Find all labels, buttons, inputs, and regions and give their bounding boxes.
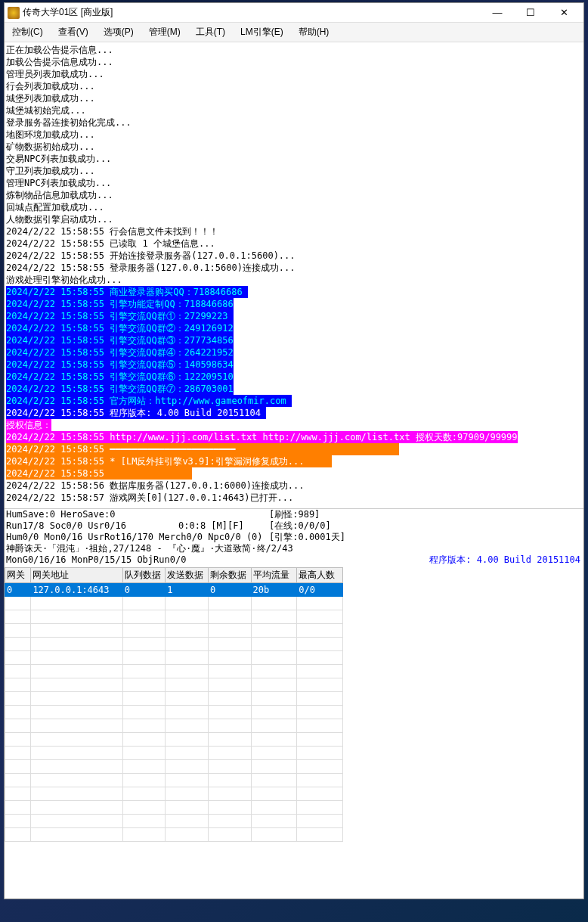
table-cell <box>5 774 31 787</box>
table-cell <box>122 828 166 842</box>
table-header[interactable]: 队列数据 <box>122 568 166 583</box>
log-area[interactable]: 正在加载公告提示信息...加载公告提示信息成功...管理员列表加载成功...行会… <box>5 42 583 508</box>
table-header[interactable]: 剩余数据 <box>208 568 251 583</box>
table-row[interactable] <box>5 651 343 665</box>
log-line: 人物数据引擎启动成功... <box>6 213 582 225</box>
table-cell <box>31 651 122 665</box>
table-row[interactable] <box>5 815 343 828</box>
table-cell <box>122 706 166 719</box>
table-cell: 20b <box>251 583 297 597</box>
log-line: 登录服务器连接初始化完成... <box>6 116 582 129</box>
log-line: 加载公告提示信息成功... <box>6 56 582 68</box>
log-line: 2024/2/22 15:58:55 已读取 1 个城堡信息... <box>6 237 582 250</box>
table-cell <box>5 747 31 760</box>
log-line: 2024/2/22 15:58:57 游戏网关[0](127.0.0.1:464… <box>6 492 582 504</box>
log-line: 矿物数据初始成功... <box>6 141 582 153</box>
table-cell <box>31 624 122 638</box>
table-cell <box>208 678 251 692</box>
table-cell <box>208 828 251 842</box>
gateway-table[interactable]: 网关网关地址队列数据发送数据剩余数据平均流量最高人数 0127.0.0.1:46… <box>5 567 343 842</box>
table-cell <box>122 815 166 828</box>
table-cell <box>297 733 343 747</box>
table-cell <box>31 774 122 787</box>
table-row[interactable] <box>5 665 343 678</box>
status-humsave: HumSave:0 HeroSave:0 <box>6 509 116 520</box>
minimize-button[interactable]: — <box>481 5 514 21</box>
table-cell <box>31 801 122 815</box>
table-row[interactable] <box>5 733 343 747</box>
table-cell <box>166 706 209 719</box>
table-row[interactable] <box>5 719 343 733</box>
menu-view[interactable]: 查看(V) <box>54 24 93 40</box>
log-line: 2024/2/22 15:58:55 引擎交流QQ群⑦：286703001 <box>6 383 582 395</box>
table-row[interactable] <box>5 787 343 801</box>
table-row[interactable] <box>5 706 343 719</box>
maximize-button[interactable]: ☐ <box>514 5 547 21</box>
table-cell <box>166 638 209 651</box>
table-cell <box>122 747 166 760</box>
table-cell <box>122 692 166 706</box>
table-row[interactable] <box>5 747 343 760</box>
table-header[interactable]: 发送数据 <box>166 568 209 583</box>
table-cell <box>31 828 122 842</box>
table-cell <box>208 774 251 787</box>
menu-tools[interactable]: 工具(T) <box>191 24 230 40</box>
menu-manage[interactable]: 管理(M) <box>144 24 185 40</box>
log-line: 2024/2/22 15:58:55 引擎交流QQ群③：277734856 <box>6 334 582 346</box>
table-header[interactable]: 网关地址 <box>31 568 122 583</box>
table-row[interactable] <box>5 828 343 842</box>
table-cell <box>166 665 209 678</box>
titlebar[interactable]: 传奇大学01区 [商业版] — ☐ ✕ <box>5 3 583 23</box>
table-cell <box>166 692 209 706</box>
table-cell <box>208 747 251 760</box>
table-cell <box>208 692 251 706</box>
status-version: 程序版本: 4.00 Build 20151104 <box>429 554 580 566</box>
table-row[interactable] <box>5 610 343 624</box>
table-header[interactable]: 最高人数 <box>297 568 343 583</box>
log-line: 城堡列表加载成功... <box>6 92 582 104</box>
table-row[interactable] <box>5 624 343 638</box>
log-line: 2024/2/22 15:58:55 官方网站：http://www.gameo… <box>6 395 582 407</box>
table-cell <box>251 774 297 787</box>
log-line: 2024/2/22 15:58:55 登录服务器(127.0.0.1:5600)… <box>6 262 582 274</box>
table-cell <box>31 747 122 760</box>
table-row[interactable] <box>5 638 343 651</box>
table-row[interactable] <box>5 692 343 706</box>
log-line: 管理NPC列表加载成功... <box>6 177 582 189</box>
table-row[interactable]: 0127.0.0.1:464301020b0/0 <box>5 583 343 597</box>
table-header[interactable]: 网关 <box>5 568 31 583</box>
table-cell <box>166 733 209 747</box>
table-cell <box>251 597 297 610</box>
table-cell <box>31 706 122 719</box>
table-cell <box>5 801 31 815</box>
table-cell <box>251 706 297 719</box>
table-cell <box>297 815 343 828</box>
table-row[interactable] <box>5 774 343 787</box>
table-row[interactable] <box>5 760 343 774</box>
table-cell <box>297 801 343 815</box>
menu-control[interactable]: 控制(C) <box>8 24 48 40</box>
table-cell <box>5 719 31 733</box>
table-cell <box>5 733 31 747</box>
log-line: 2024/2/22 15:58:55 引擎交流QQ群④：264221952 <box>6 346 582 359</box>
status-area: HumSave:0 HeroSave:0 [刷怪:989] Run17/8 So… <box>5 508 583 567</box>
table-row[interactable] <box>5 597 343 610</box>
log-line: 城堡城初始完成... <box>6 104 582 116</box>
table-header[interactable]: 平均流量 <box>251 568 297 583</box>
table-cell <box>166 610 209 624</box>
log-line: 2024/2/22 15:58:55 引擎交流QQ群②：249126912 <box>6 322 582 334</box>
status-spawn: [刷怪:989] <box>269 509 320 520</box>
table-row[interactable] <box>5 678 343 692</box>
table-row[interactable] <box>5 801 343 815</box>
table-cell <box>31 787 122 801</box>
table-cell <box>166 787 209 801</box>
table-cell <box>208 760 251 774</box>
menu-options[interactable]: 选项(P) <box>99 24 138 40</box>
table-cell <box>251 665 297 678</box>
menu-engine[interactable]: LM引擎(E) <box>236 24 288 40</box>
close-button[interactable]: ✕ <box>547 5 580 21</box>
table-cell <box>31 733 122 747</box>
log-line: 2024/2/22 15:58:55 * [LM反外挂引擎v3.9]:引擎漏洞修… <box>6 455 582 467</box>
status-mong: MonG0/16/16 MonP0/15/15 ObjRun0/0 <box>6 554 186 566</box>
menu-help[interactable]: 帮助(H) <box>294 24 334 40</box>
